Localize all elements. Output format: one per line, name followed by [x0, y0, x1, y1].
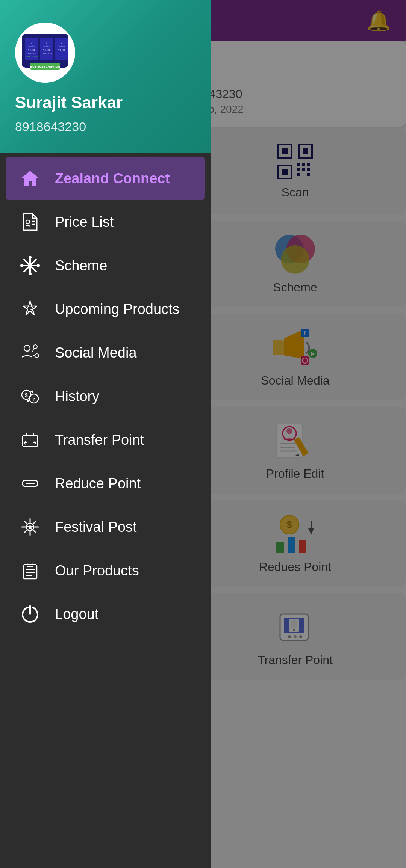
nav-item-zealand-connect[interactable]: Zealand Connect	[6, 157, 205, 200]
svg-text:months: months	[43, 45, 50, 47]
nav-item-upcoming-products[interactable]: Upcoming Products	[0, 287, 211, 331]
svg-line-85	[32, 348, 34, 352]
svg-text:₹6,960: ₹6,960	[28, 49, 35, 51]
nav-label-history: History	[55, 388, 99, 405]
nav-label-upcoming-products: Upcoming Products	[55, 301, 180, 317]
svg-line-101	[33, 521, 36, 524]
svg-point-83	[33, 345, 37, 349]
transfer-point-icon	[19, 429, 41, 451]
svg-text:BUY SUBSCRIPTION: BUY SUBSCRIPTION	[30, 65, 60, 68]
svg-line-100	[33, 530, 36, 533]
svg-text:1: 1	[61, 41, 62, 44]
price-list-icon	[19, 211, 41, 233]
svg-line-102	[24, 530, 27, 533]
nav-item-reduce-point[interactable]: Reduce Point	[0, 462, 211, 505]
nav-item-scheme[interactable]: Scheme	[0, 244, 211, 287]
nav-label-scheme: Scheme	[55, 258, 107, 274]
navigation-drawer: 6 months ₹6,960 ₹900/month FREE 3 month …	[0, 0, 211, 868]
nav-list: Zealand Connect Price List	[0, 153, 211, 868]
nav-item-festival-post[interactable]: Festival Post	[0, 505, 211, 549]
svg-point-82	[24, 345, 30, 351]
svg-point-74	[28, 263, 32, 268]
svg-text:$: $	[25, 392, 28, 398]
festival-post-icon	[19, 516, 41, 538]
user-avatar: 6 months ₹6,960 ₹900/month FREE 3 month …	[15, 23, 75, 83]
svg-text:month: month	[59, 45, 65, 47]
nav-item-social-media[interactable]: Social Media	[0, 331, 211, 374]
nav-label-our-products: Our Products	[55, 563, 139, 579]
svg-text:₹3,900: ₹3,900	[43, 49, 50, 51]
drawer-user-phone: 8918643230	[15, 119, 195, 134]
nav-item-price-list[interactable]: Price List	[0, 200, 211, 244]
svg-point-75	[29, 256, 32, 259]
svg-marker-104	[27, 524, 33, 530]
svg-point-77	[20, 264, 23, 267]
svg-line-99	[24, 521, 27, 524]
drawer-user-name: Surajit Sarkar	[15, 93, 195, 112]
svg-line-81	[30, 309, 32, 310]
svg-text:₹3,450: ₹3,450	[58, 49, 65, 51]
scheme-icon	[19, 254, 41, 277]
drawer-header: 6 months ₹6,960 ₹900/month FREE 3 month …	[0, 0, 211, 153]
svg-point-67	[26, 220, 30, 224]
svg-point-78	[37, 264, 40, 267]
svg-text:₹900/month: ₹900/month	[27, 52, 37, 54]
logout-icon	[19, 603, 41, 625]
nav-label-logout: Logout	[55, 606, 98, 622]
svg-text:¥: ¥	[32, 397, 35, 402]
history-icon: $ ¥	[19, 385, 41, 408]
nav-label-price-list: Price List	[55, 214, 114, 230]
nav-item-transfer-point[interactable]: Transfer Point	[0, 418, 211, 462]
svg-text:3: 3	[46, 41, 47, 44]
reduce-point-icon	[19, 472, 41, 495]
svg-point-76	[29, 272, 32, 275]
nav-label-transfer-point: Transfer Point	[55, 432, 144, 448]
svg-point-84	[35, 354, 39, 358]
upcoming-products-icon	[19, 298, 41, 320]
nav-item-logout[interactable]: Logout	[0, 592, 211, 636]
svg-text:₹900/month: ₹900/month	[42, 52, 52, 54]
nav-label-social-media: Social Media	[55, 345, 137, 361]
nav-label-festival-post: Festival Post	[55, 519, 137, 535]
nav-label-zealand-connect: Zealand Connect	[55, 171, 170, 187]
our-products-icon	[19, 559, 41, 582]
nav-item-history[interactable]: $ ¥ History	[0, 374, 211, 418]
svg-marker-66	[22, 171, 38, 186]
nav-label-reduce-point: Reduce Point	[55, 476, 141, 492]
svg-text:FREE 3 month: FREE 3 month	[26, 55, 38, 57]
svg-text:months: months	[28, 45, 35, 47]
svg-text:6: 6	[31, 41, 32, 44]
social-media-icon	[19, 341, 41, 364]
home-icon	[19, 167, 41, 190]
nav-item-our-products[interactable]: Our Products	[0, 549, 211, 592]
